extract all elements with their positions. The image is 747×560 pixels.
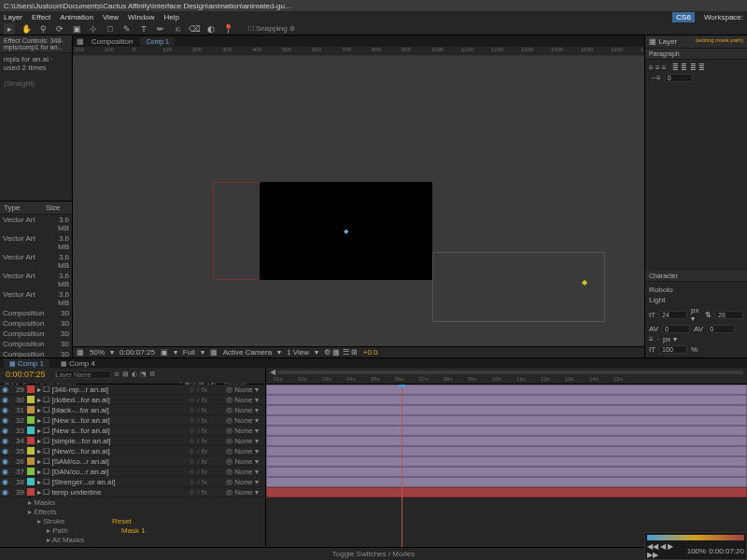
layer-row[interactable]: ◉30▸ ☐ [dotted...for an.ai]⊹ / fx◎ None …	[0, 395, 265, 405]
menu-window[interactable]: Window	[128, 13, 154, 21]
layer-track[interactable]	[266, 405, 747, 415]
view-count[interactable]: 1 View	[287, 348, 309, 357]
project-item[interactable]: Vector Art3.6 MB	[0, 215, 72, 233]
roto-tool-icon[interactable]: ◐	[205, 23, 217, 35]
motion-blur-icon[interactable]: ◐	[132, 371, 137, 379]
time-ruler[interactable]: 01s02s03s04s05s06s07s08s09s10s11s12s13s1…	[266, 376, 747, 385]
layer-row[interactable]: ◉39▸ ☐ temp underline⊹ / fx◎ None ▾	[0, 487, 265, 497]
layer-panel-title[interactable]: ▦ Layer	[649, 37, 677, 46]
leading[interactable]	[715, 311, 743, 319]
preview-play-icon[interactable]: ◀◀ ◀ ▶ ▶▶	[647, 542, 684, 559]
layer-row[interactable]: ◉33▸ ☐ [New s...for an.ai]⊹ / fx◎ None ▾	[0, 426, 265, 436]
property-row[interactable]: ▸ Masks	[0, 497, 265, 507]
scale[interactable]	[659, 345, 687, 354]
graph-icon[interactable]: ⬔	[140, 371, 147, 379]
character-panel-title[interactable]: Character	[645, 271, 747, 282]
menu-view[interactable]: View	[103, 13, 119, 21]
clone-tool-icon[interactable]: ⎌	[172, 23, 183, 35]
layer-track[interactable]	[266, 436, 747, 446]
font-family[interactable]: Roboto	[649, 286, 673, 294]
kerning[interactable]	[662, 325, 690, 333]
resolution[interactable]: Full	[183, 348, 195, 357]
font-size[interactable]	[659, 311, 687, 319]
col-type[interactable]: Type	[4, 203, 46, 212]
indent-icon[interactable]: →≡	[649, 74, 661, 82]
eraser-tool-icon[interactable]: ⌫	[189, 23, 200, 35]
preview-tc[interactable]: 0:00:07:20	[709, 547, 744, 555]
track-area[interactable]: ◆─────◆	[266, 385, 747, 547]
paragraph-align[interactable]: ≡ ≡ ≡ ≣ ≣ ≣ ≣	[649, 63, 743, 72]
toggle-switches[interactable]: Toggle Switches / Modes	[332, 550, 416, 558]
layer-list[interactable]: ◉29▸ ☐ [348-mp...r an.ai]⊹ / fx◎ None ▾◉…	[0, 385, 266, 547]
channel-icon[interactable]: ▣	[161, 348, 168, 357]
preview-pct[interactable]: 100%	[687, 547, 706, 555]
property-row[interactable]: ▸ PathMask 1	[0, 525, 265, 535]
effect-controls-header[interactable]: Effect Controls: 348-mpls/comp1 for an..…	[0, 35, 72, 53]
menu-effect[interactable]: Effect	[32, 13, 50, 21]
brainstorm-icon[interactable]: ⚙	[149, 371, 155, 379]
layer-row[interactable]: ◉32▸ ☐ [New s...for an.ai]⊹ / fx◎ None ▾	[0, 415, 265, 426]
layer-track[interactable]	[266, 415, 747, 426]
layer-track[interactable]	[266, 446, 747, 456]
zoom-tool-icon[interactable]: ⚲	[37, 23, 49, 35]
zoom-level[interactable]: 50%	[90, 348, 105, 357]
timeline-timecode[interactable]: 0:00:07:25	[0, 368, 51, 381]
puppet-tool-icon[interactable]: 📍	[222, 23, 233, 35]
work-area-start-icon[interactable]: ◀	[270, 368, 275, 376]
layer-row[interactable]: ◉31▸ ☐ [black-...for an.ai]⊹ / fx◎ None …	[0, 405, 265, 415]
viewer-tab-comp1[interactable]: Comp 1	[140, 37, 175, 46]
layer-row[interactable]: ◉29▸ ☐ [348-mp...r an.ai]⊹ / fx◎ None ▾	[0, 385, 265, 395]
camera-tool-icon[interactable]: ▣	[71, 23, 82, 35]
text-tool-icon[interactable]: T	[138, 23, 149, 35]
csfire-badge[interactable]: CS6	[672, 12, 695, 22]
anchor-tool-icon[interactable]: ⊹	[88, 23, 99, 35]
property-row[interactable]: ▸ All Masks	[0, 535, 265, 544]
paragraph-panel-title[interactable]: Paragraph	[645, 49, 747, 60]
property-row[interactable]: ▸ Effects	[0, 507, 265, 516]
grid-icon[interactable]: ▦	[77, 348, 84, 357]
tracking[interactable]	[707, 325, 735, 333]
project-list[interactable]: Vector Art3.6 MBVector Art3.6 MBVector A…	[0, 215, 72, 358]
font-weight[interactable]: Light	[649, 296, 665, 304]
frame-blend-icon[interactable]: ▤	[122, 371, 129, 379]
project-item[interactable]: Composition30	[0, 308, 72, 318]
menu-layer[interactable]: Layer	[4, 13, 22, 21]
region-icon[interactable]: ▦	[210, 348, 218, 357]
layer-row[interactable]: ◉35▸ ☐ [New/c...for an.ai]⊹ / fx◎ None ▾	[0, 446, 265, 456]
timeline-tab-comp4[interactable]: ▦ Comp 4	[55, 358, 101, 369]
project-item[interactable]: Composition30	[0, 349, 72, 358]
mask-tool-icon[interactable]: □	[105, 23, 116, 35]
anchor-point-icon[interactable]: ◆	[582, 278, 587, 287]
menu-animation[interactable]: Animation	[60, 13, 93, 21]
col-size[interactable]: Size	[46, 203, 68, 212]
workspace-label[interactable]: Workspace:	[704, 13, 743, 21]
project-item[interactable]: Composition30	[0, 339, 72, 349]
layer-row[interactable]: ◉37▸ ☐ [DAN/co...r an.ai]⊹ / fx◎ None ▾	[0, 467, 265, 477]
view-options-icon[interactable]: ⚙ ▦ ☰ ⊞	[324, 348, 358, 357]
menu-help[interactable]: Help	[164, 13, 179, 21]
layer-track[interactable]	[266, 487, 747, 497]
hand-tool-icon[interactable]: ✋	[21, 23, 32, 35]
timecode-display[interactable]: 0:00:07:25	[120, 348, 155, 357]
layer-track[interactable]	[266, 467, 747, 477]
indent-value[interactable]	[665, 74, 693, 82]
layer-row[interactable]: ◉36▸ ☐ [SAM/co...r an.ai]⊹ / fx◎ None ▾	[0, 456, 265, 467]
layer-row[interactable]: ◉34▸ ☐ [simple...for an.ai]⊹ / fx◎ None …	[0, 436, 265, 446]
layer-track[interactable]	[266, 477, 747, 487]
layer-track[interactable]	[266, 395, 747, 405]
exposure-indicator[interactable]: +0.0	[363, 348, 378, 357]
rotate-tool-icon[interactable]: ⟳	[54, 23, 65, 35]
camera-selector[interactable]: Active Camera	[223, 348, 272, 357]
property-row[interactable]: ▸ StrokeReset	[0, 516, 265, 525]
comp-render-area[interactable]	[260, 182, 432, 280]
layer-search[interactable]	[55, 371, 111, 379]
timeline-tab-comp1[interactable]: ▦ Comp 1	[4, 358, 49, 369]
canvas[interactable]: ◆	[73, 56, 644, 346]
project-item[interactable]: Vector Art3.6 MB	[0, 233, 72, 252]
layer-track[interactable]	[266, 385, 747, 395]
layer-track[interactable]	[266, 456, 747, 467]
project-item[interactable]: Composition30	[0, 329, 72, 339]
work-area-bar[interactable]	[277, 371, 743, 374]
playhead[interactable]	[402, 385, 402, 547]
project-item[interactable]: Vector Art3.6 MB	[0, 252, 72, 271]
